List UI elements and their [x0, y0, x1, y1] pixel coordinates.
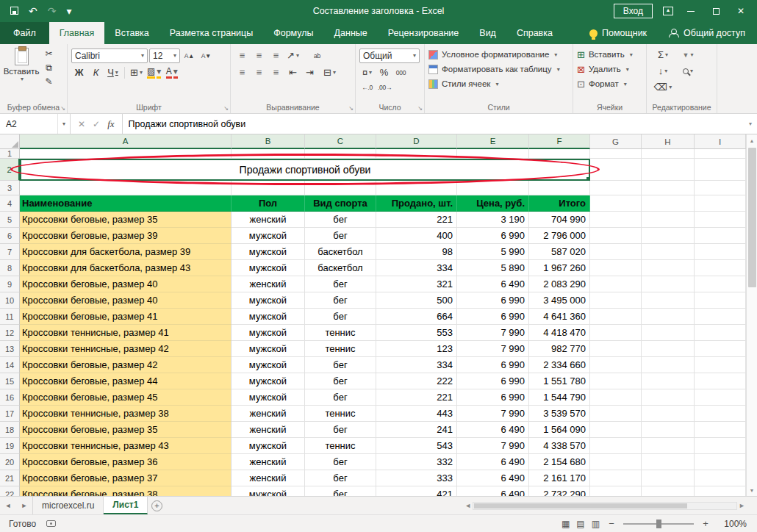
cell[interactable]: 6 490 [457, 276, 529, 292]
cell[interactable] [376, 149, 457, 159]
cell[interactable]: женский [232, 406, 305, 422]
cell[interactable] [642, 181, 695, 195]
cell[interactable]: 2 161 170 [529, 470, 590, 486]
column-header-H[interactable]: H [642, 134, 695, 149]
decrease-decimal-button[interactable]: .00→ [376, 80, 393, 96]
cell[interactable]: Кроссовки беговые, размер 45 [20, 389, 232, 406]
cell[interactable]: мужской [232, 309, 305, 325]
cell[interactable]: 222 [376, 373, 457, 389]
tab-review[interactable]: Рецензирование [378, 22, 470, 44]
italic-button[interactable]: К [88, 65, 104, 80]
cell[interactable]: бег [305, 228, 376, 244]
cell[interactable] [529, 181, 590, 195]
row-header-11[interactable]: 11 [0, 309, 20, 325]
add-sheet-button[interactable]: + [148, 497, 165, 514]
share-button[interactable]: Общий доступ [656, 22, 757, 44]
cell[interactable] [590, 341, 642, 357]
scroll-up-icon[interactable]: ▲ [747, 134, 757, 146]
cell[interactable]: 5 890 [457, 260, 529, 276]
cell[interactable] [695, 159, 746, 181]
cell[interactable]: 4 641 360 [529, 309, 590, 325]
cell[interactable] [590, 357, 642, 373]
sheet-tab-microexcel[interactable]: microexcel.ru [32, 497, 104, 514]
cell[interactable] [590, 149, 642, 159]
cell[interactable]: бег [305, 309, 376, 325]
cell[interactable]: мужской [232, 389, 305, 406]
row-header-21[interactable]: 21 [0, 470, 20, 486]
zoom-in-button[interactable]: + [700, 518, 711, 529]
cell[interactable]: 1 967 260 [529, 260, 590, 276]
cell[interactable]: 6 990 [457, 389, 529, 406]
formula-input[interactable]: Продажи спортивной обуви [123, 114, 744, 134]
column-header-F[interactable]: F [529, 134, 590, 149]
cell[interactable]: 2 154 680 [529, 454, 590, 470]
cell[interactable]: 241 [376, 422, 457, 438]
cell[interactable]: Кроссовки беговые, размер 38 [20, 486, 232, 496]
cell[interactable] [695, 212, 746, 228]
tab-data[interactable]: Данные [324, 22, 378, 44]
cell[interactable]: мужской [232, 260, 305, 276]
cell[interactable]: 98 [376, 244, 457, 260]
cell[interactable] [20, 181, 232, 195]
cell[interactable] [457, 181, 529, 195]
cell[interactable]: 334 [376, 357, 457, 373]
cell[interactable]: Кроссовки для баскетбола, размер 43 [20, 260, 232, 276]
cell[interactable] [695, 276, 746, 292]
cell[interactable] [305, 181, 376, 195]
cell[interactable]: бег [305, 470, 376, 486]
row-header-8[interactable]: 8 [0, 260, 20, 276]
cell[interactable]: 7 990 [457, 438, 529, 454]
cell[interactable]: 6 490 [457, 486, 529, 496]
row-header-22[interactable]: 22 [0, 486, 20, 496]
cell[interactable]: бег [305, 454, 376, 470]
dialog-launcher-font[interactable]: ↘ [223, 106, 229, 112]
cell[interactable] [695, 292, 746, 309]
cell[interactable]: Кроссовки теннисные, размер 41 [20, 325, 232, 341]
cell[interactable]: мужской [232, 357, 305, 373]
decrease-indent-button[interactable]: ⇤ [285, 65, 301, 80]
cell[interactable] [590, 389, 642, 406]
cell[interactable]: бег [305, 276, 376, 292]
cell[interactable]: 221 [376, 212, 457, 228]
cell[interactable] [590, 212, 642, 228]
cell[interactable]: 3 190 [457, 212, 529, 228]
scroll-down-icon[interactable]: ▼ [747, 484, 757, 496]
row-header-19[interactable]: 19 [0, 438, 20, 454]
minimize-button[interactable] [684, 6, 698, 16]
row-header-20[interactable]: 20 [0, 454, 20, 470]
cell[interactable] [590, 373, 642, 389]
cell[interactable]: Кроссовки беговые, размер 39 [20, 228, 232, 244]
tab-help[interactable]: Справка [506, 22, 563, 44]
tab-formulas[interactable]: Формулы [263, 22, 323, 44]
fill-button[interactable]: ↓▾ [650, 63, 675, 79]
horizontal-scrollbar[interactable]: ◄ ► [464, 497, 757, 514]
tab-insert[interactable]: Вставка [104, 22, 159, 44]
expand-formula-bar-button[interactable]: ▾ [744, 114, 757, 134]
wrap-text-button[interactable]: ab [309, 48, 325, 63]
cell[interactable] [590, 181, 642, 195]
zoom-slider[interactable] [623, 523, 694, 525]
customize-qat-button[interactable]: ▾ [66, 6, 71, 16]
cell[interactable] [590, 244, 642, 260]
cell[interactable] [695, 309, 746, 325]
autosum-button[interactable]: Σ▾ [650, 47, 675, 62]
font-color-button[interactable]: А▾ [164, 65, 179, 80]
dialog-launcher-clipboard[interactable]: ↘ [60, 106, 65, 112]
title-cell[interactable]: Продажи спортивной обуви [20, 159, 590, 181]
zoom-out-button[interactable]: − [606, 518, 617, 529]
cell[interactable]: 333 [376, 470, 457, 486]
cell[interactable] [642, 389, 695, 406]
row-header-13[interactable]: 13 [0, 341, 20, 357]
copy-button[interactable]: ⧉ [41, 61, 57, 74]
view-page-layout-icon[interactable]: ▤ [576, 519, 584, 529]
row-header-14[interactable]: 14 [0, 357, 20, 373]
cell[interactable] [590, 159, 642, 181]
cell[interactable]: 2 083 290 [529, 276, 590, 292]
paste-button[interactable]: Вставить ▾ [4, 47, 39, 88]
cell[interactable] [590, 486, 642, 496]
cell[interactable] [20, 149, 232, 159]
format-as-table-button[interactable]: Форматировать как таблицу ▾ [428, 62, 569, 76]
row-header-6[interactable]: 6 [0, 228, 20, 244]
next-sheet-icon[interactable]: ► [16, 497, 32, 514]
cell[interactable] [695, 438, 746, 454]
